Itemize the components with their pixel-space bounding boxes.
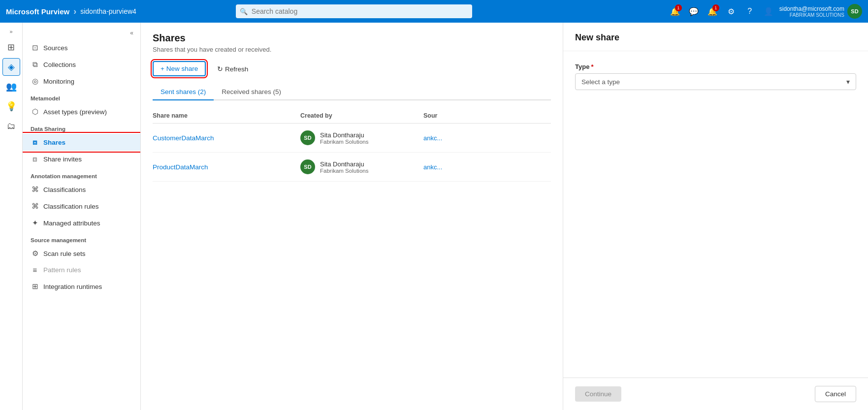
shares-icon: ⧈ — [31, 138, 39, 147]
share-name-link-1[interactable]: CustomerDataMarch — [153, 134, 300, 142]
main-layout: » ⊞ ◈ 👥 💡 🗂 « ⊡ Sources ⧉ Collections ◎ … — [0, 23, 868, 410]
creator-org-2: Fabrikam Solutions — [320, 168, 368, 174]
user-email: sidontha@microsoft.com — [779, 5, 844, 12]
creator-name-1: Sita Dontharaju — [320, 131, 368, 139]
sidebar-collapse: « — [23, 27, 140, 39]
table-header: Share name Created by Sour — [153, 108, 551, 124]
sidebar-label-share-invites: Share invites — [43, 156, 82, 163]
sidebar-label-collections: Collections — [43, 61, 76, 68]
asset-types-icon: ⬡ — [31, 107, 39, 116]
creator-info-1: Sita Dontharaju Fabrikam Solutions — [320, 131, 368, 145]
content-area: Shares Shares that you have created or r… — [141, 23, 868, 410]
sidebar-item-scan-rule-sets[interactable]: ⚙ Scan rule sets — [23, 245, 140, 262]
creator-cell-1: SD Sita Dontharaju Fabrikam Solutions — [300, 130, 423, 145]
page-subtitle: Shares that you have created or received… — [153, 46, 551, 53]
sidebar-item-asset-types[interactable]: ⬡ Asset types (preview) — [23, 103, 140, 120]
sidebar-item-monitoring[interactable]: ◎ Monitoring — [23, 73, 140, 90]
creator-info-2: Sita Dontharaju Fabrikam Solutions — [320, 160, 368, 174]
sidebar-collapse-btn[interactable]: « — [127, 29, 136, 37]
share-invites-icon: ⧈ — [31, 155, 39, 163]
sidebar-item-sources[interactable]: ⊡ Sources — [23, 39, 140, 56]
section-header-annotation: Annotation management — [23, 167, 140, 181]
creator-org-1: Fabrikam Solutions — [320, 139, 368, 145]
chat-icon[interactable]: 💬 — [686, 3, 702, 19]
notification-bell-icon[interactable]: 🔔 1 — [667, 3, 683, 19]
monitoring-icon: ◎ — [31, 77, 39, 86]
sidebar-item-shares[interactable]: ⧈ Shares — [23, 134, 140, 151]
right-panel: New share Type * Select a type ▾ Continu… — [563, 23, 868, 410]
source-link-1[interactable]: ankc... — [423, 134, 551, 142]
refresh-button[interactable]: ↻ Refresh — [210, 62, 256, 76]
creator-name-2: Sita Dontharaju — [320, 160, 368, 168]
section-header-data-sharing: Data Sharing — [23, 120, 140, 134]
search-input[interactable] — [236, 4, 472, 18]
toolbar: + New share ↻ Refresh — [153, 61, 551, 76]
user-avatar[interactable]: SD — [847, 4, 862, 19]
right-panel-footer: Continue Cancel — [563, 378, 868, 410]
creator-cell-2: SD Sita Dontharaju Fabrikam Solutions — [300, 159, 423, 174]
rail-icon-people[interactable]: 👥 — [2, 78, 20, 95]
sidebar-label-asset-types: Asset types (preview) — [43, 108, 107, 116]
search-icon: 🔍 — [240, 8, 248, 15]
sidebar-label-pattern-rules: Pattern rules — [43, 266, 81, 274]
top-nav: Microsoft Purview › sidontha-purview4 🔍 … — [0, 0, 868, 23]
sidebar-item-integration-runtimes[interactable]: ⊞ Integration runtimes — [23, 278, 140, 295]
cancel-button[interactable]: Cancel — [815, 386, 856, 402]
sidebar-item-pattern-rules[interactable]: ≡ Pattern rules — [23, 262, 140, 278]
col-source: Sour — [423, 112, 551, 119]
sidebar-label-scan-rule-sets: Scan rule sets — [43, 250, 86, 257]
col-created-by: Created by — [300, 112, 423, 119]
rail-icon-home[interactable]: ⊞ — [2, 38, 20, 56]
expand-icon[interactable]: » — [7, 27, 14, 36]
page-title: Shares — [153, 32, 551, 44]
tab-sent-shares[interactable]: Sent shares (2) — [153, 84, 214, 100]
share-name-link-2[interactable]: ProductDataMarch — [153, 163, 300, 171]
section-header-metamodel: Metamodel — [23, 90, 140, 103]
integration-runtimes-icon: ⊞ — [31, 282, 39, 291]
user-settings-icon[interactable]: 👤 — [761, 3, 776, 19]
rail-icon-data-sharing[interactable]: ◈ — [2, 58, 20, 76]
help-icon[interactable]: ? — [742, 3, 758, 19]
rail-icon-insights[interactable]: 💡 — [2, 97, 20, 115]
creator-avatar-1: SD — [300, 130, 315, 145]
right-panel-body: Type * Select a type ▾ — [563, 51, 868, 378]
new-share-button[interactable]: + New share — [153, 61, 206, 76]
alert-icon[interactable]: 🔔 1 — [705, 3, 720, 19]
notification-badge-2: 1 — [712, 4, 719, 11]
sidebar-label-integration-runtimes: Integration runtimes — [43, 283, 102, 290]
pattern-rules-icon: ≡ — [31, 266, 39, 274]
sidebar-label-monitoring: Monitoring — [43, 78, 74, 85]
classification-rules-icon: ⌘ — [31, 202, 39, 211]
sidebar-label-managed-attributes: Managed attributes — [43, 220, 100, 227]
right-panel-title: New share — [575, 32, 856, 43]
sidebar-item-managed-attributes[interactable]: ✦ Managed attributes — [23, 215, 140, 231]
brand-separator: › — [73, 6, 76, 17]
user-info[interactable]: sidontha@microsoft.com FABRIKAM SOLUTION… — [779, 4, 862, 19]
search-container: 🔍 — [236, 4, 472, 18]
continue-button[interactable]: Continue — [575, 386, 621, 402]
tab-received-shares[interactable]: Received shares (5) — [214, 84, 289, 100]
classifications-icon: ⌘ — [31, 185, 39, 194]
sidebar-label-classification-rules: Classification rules — [43, 203, 99, 210]
required-star: * — [591, 63, 593, 70]
table-row: ProductDataMarch SD Sita Dontharaju Fabr… — [153, 153, 551, 182]
source-link-2[interactable]: ankc... — [423, 163, 551, 171]
instance-name[interactable]: sidontha-purview4 — [80, 7, 136, 15]
notification-badge-1: 1 — [675, 4, 682, 11]
scan-rule-sets-icon: ⚙ — [31, 249, 39, 258]
rail-icon-management[interactable]: 🗂 — [2, 117, 20, 135]
sidebar-item-classification-rules[interactable]: ⌘ Classification rules — [23, 198, 140, 215]
managed-attributes-icon: ✦ — [31, 219, 39, 227]
sidebar-label-sources: Sources — [43, 44, 68, 52]
creator-avatar-2: SD — [300, 159, 315, 174]
sidebar-label-classifications: Classifications — [43, 186, 86, 193]
type-select[interactable]: Select a type ▾ — [575, 73, 856, 90]
sidebar-item-classifications[interactable]: ⌘ Classifications — [23, 181, 140, 198]
sidebar-item-share-invites[interactable]: ⧈ Share invites — [23, 151, 140, 167]
main-panel: Shares Shares that you have created or r… — [141, 23, 563, 410]
user-text: sidontha@microsoft.com FABRIKAM SOLUTION… — [779, 5, 844, 18]
right-panel-header: New share — [563, 23, 868, 51]
sidebar-item-collections[interactable]: ⧉ Collections — [23, 56, 140, 73]
brand-name: Microsoft Purview — [6, 7, 69, 16]
settings-gear-icon[interactable]: ⚙ — [723, 3, 739, 19]
